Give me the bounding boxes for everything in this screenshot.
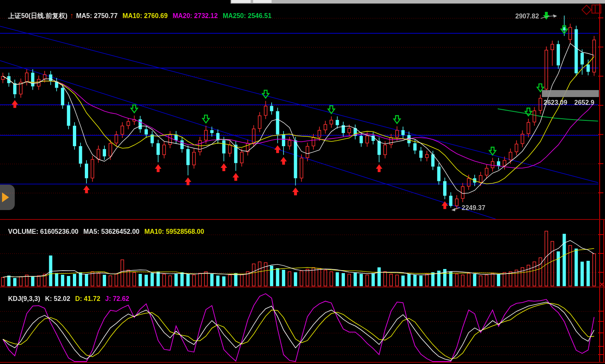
expand-arrow-icon <box>2 192 9 202</box>
bottom-border <box>0 362 605 363</box>
up-arrow-icon: ↑ <box>70 11 74 20</box>
kdj-k-value: K: 52.02 <box>45 295 70 302</box>
side-panel-expander[interactable] <box>0 185 15 210</box>
volume-value: VOLUME: 61605236.00 <box>8 228 79 235</box>
stock-chart-app: 上证50(日线.前复权)↑MA5: 2750.77MA10: 2760.69MA… <box>0 0 605 364</box>
top-toolbar-edge <box>231 0 605 4</box>
volume-header: VOLUME: 61605236.00MA5: 53626452.00MA10:… <box>1 221 209 243</box>
level-price-label-a: 2623.09 <box>544 99 567 106</box>
peak-price-label: 2907.82 <box>515 13 539 20</box>
kdj-name[interactable]: KDJ(9,3,3) <box>8 295 40 302</box>
pane-separator <box>0 219 605 220</box>
ma5-value: MA5: 2750.77 <box>76 12 118 19</box>
restore-window-icon[interactable] <box>591 5 601 14</box>
main-chart-header: 上证50(日线.前复权)↑MA5: 2750.77MA10: 2760.69MA… <box>1 4 276 28</box>
close-pane-icon[interactable]: ✕ <box>599 281 605 288</box>
toolbar-button-edge[interactable] <box>231 0 251 3</box>
kdj-d-value: D: 41.72 <box>75 295 100 302</box>
restore-divider <box>595 5 596 13</box>
pane-separator <box>0 287 605 287</box>
symbol-title[interactable]: 上证50(日线.前复权) <box>8 12 68 19</box>
ma10-value: MA10: 2760.69 <box>122 12 168 19</box>
volume-ma5-value: MA5: 53626452.00 <box>83 228 139 235</box>
volume-ma10-value: MA10: 59528568.00 <box>144 228 204 235</box>
low-price-label: 2249.37 <box>462 204 485 212</box>
ma250-value: MA250: 2546.51 <box>223 12 272 19</box>
kdj-header: KDJ(9,3,3)K: 52.02D: 41.72J: 72.62 <box>1 288 134 310</box>
kdj-j-value: J: 72.62 <box>105 295 129 302</box>
ma20-value: MA20: 2732.12 <box>172 12 218 19</box>
price-highlight-band <box>542 90 599 97</box>
toolbar-button-edge[interactable] <box>253 0 272 3</box>
level-price-label-b: 2652.9 <box>574 99 594 106</box>
